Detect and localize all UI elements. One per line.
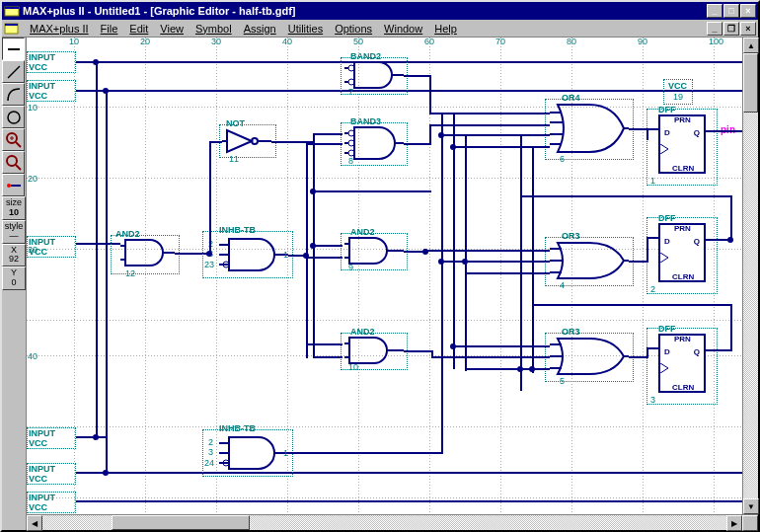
schematic-canvas[interactable]: 10 20 30 40 50 60 70 80 90 100 10 20 30 …: [27, 38, 758, 514]
minimize-button[interactable]: _: [707, 4, 722, 18]
scroll-corner: [742, 515, 758, 531]
coord-y: Y0: [2, 266, 26, 290]
svg-rect-4: [8, 48, 20, 50]
tool-arc[interactable]: [2, 83, 25, 106]
app-window: MAX+plus II - Untitled1 - [Graphic Edito…: [0, 0, 760, 532]
menu-assign[interactable]: Assign: [238, 22, 282, 36]
menu-symbol[interactable]: Symbol: [190, 22, 238, 36]
mdi-minimize-button[interactable]: _: [707, 22, 722, 36]
svg-line-8: [16, 142, 21, 147]
scroll-thumb-h[interactable]: [112, 515, 250, 530]
scroll-left-button[interactable]: ◀: [27, 515, 42, 531]
close-button[interactable]: ×: [740, 4, 756, 18]
scroll-down-button[interactable]: ▼: [743, 498, 759, 514]
menubar: MAX+plus II File Edit View Symbol Assign…: [2, 20, 758, 38]
tool-zoom-in[interactable]: [2, 128, 25, 151]
maximize-button[interactable]: □: [723, 4, 739, 18]
mdi-restore-button[interactable]: ❐: [723, 22, 739, 36]
menu-view[interactable]: View: [154, 22, 190, 36]
app-icon: [4, 4, 20, 18]
menu-file[interactable]: File: [95, 22, 124, 36]
titlebar[interactable]: MAX+plus II - Untitled1 - [Graphic Edito…: [2, 2, 758, 20]
scroll-right-button[interactable]: ▶: [726, 515, 742, 531]
menu-help[interactable]: Help: [428, 22, 463, 36]
scrollbar-vertical[interactable]: ▲ ▼: [742, 38, 758, 514]
toolbox: size10 style— X92 Y0: [2, 38, 27, 530]
svg-line-12: [16, 165, 21, 170]
svg-point-13: [7, 184, 11, 188]
tool-connection[interactable]: [2, 174, 25, 196]
menu-maxplus[interactable]: MAX+plus II: [24, 22, 95, 36]
svg-rect-1: [5, 7, 19, 9]
tool-zoom-out[interactable]: [2, 151, 25, 174]
svg-line-5: [8, 66, 20, 78]
ruler-vertical: 10 20 30 40: [27, 38, 42, 514]
canvas-wrap: 10 20 30 40 50 60 70 80 90 100 10 20 30 …: [27, 38, 758, 530]
mdi-close-button[interactable]: ×: [740, 22, 756, 36]
menu-window[interactable]: Window: [378, 22, 428, 36]
tool-line[interactable]: [2, 60, 25, 83]
tool-select[interactable]: [2, 38, 25, 60]
client-area: size10 style— X92 Y0 10 20 30 40 50 60 7…: [2, 38, 758, 530]
svg-point-11: [7, 156, 17, 166]
svg-point-6: [8, 112, 20, 123]
menu-utilities[interactable]: Utilities: [282, 22, 329, 36]
tool-style[interactable]: style—: [2, 220, 26, 244]
doc-icon[interactable]: [4, 22, 20, 36]
ruler-horizontal: 10 20 30 40 50 60 70 80 90 100: [27, 38, 758, 47]
scrollbar-horizontal[interactable]: ◀ ▶: [27, 514, 758, 530]
window-title: MAX+plus II - Untitled1 - [Graphic Edito…: [23, 5, 706, 17]
coord-x: X92: [2, 244, 26, 267]
menu-edit[interactable]: Edit: [123, 22, 154, 36]
tool-circle[interactable]: [2, 106, 25, 128]
scroll-thumb-v[interactable]: [743, 53, 758, 113]
svg-rect-3: [5, 24, 18, 26]
tool-size[interactable]: size10: [2, 196, 26, 220]
menu-options[interactable]: Options: [329, 22, 378, 36]
